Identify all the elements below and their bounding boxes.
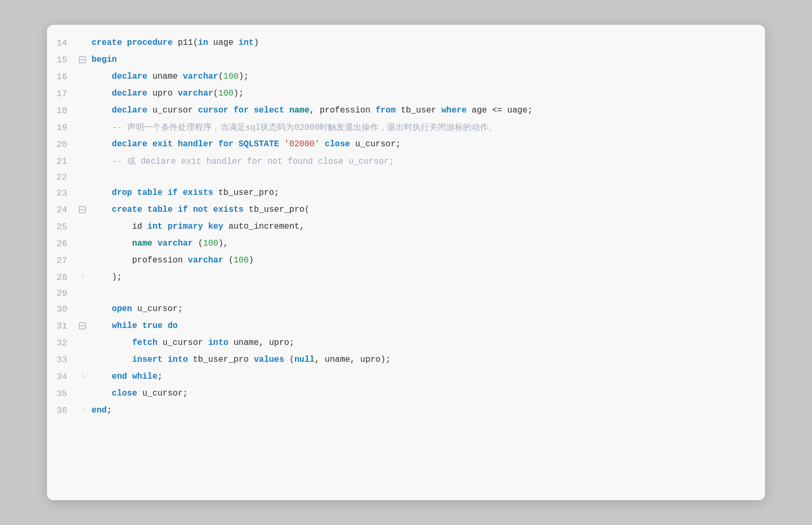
line-number: 31	[47, 321, 77, 331]
line-number: 19	[47, 123, 77, 133]
token: u_cursor	[157, 338, 208, 348]
token: varchar	[183, 72, 218, 81]
code-content: );	[88, 273, 765, 282]
token: varchar	[157, 239, 193, 248]
code-content: while true do	[88, 321, 765, 331]
token: null	[294, 355, 314, 364]
line-number: 24	[47, 205, 77, 215]
line-number: 36	[47, 406, 77, 416]
code-row: 35 close u_cursor;	[47, 385, 765, 402]
code-content: begin	[88, 55, 765, 64]
token: profession	[132, 256, 188, 265]
token: (	[213, 89, 219, 98]
token: )	[254, 38, 259, 48]
code-row: 32 fetch u_cursor into uname, upro;	[47, 334, 765, 351]
code-content: -- 或 declare exit handler for not found …	[88, 156, 765, 167]
line-number: 30	[47, 304, 77, 314]
code-content: close u_cursor;	[88, 389, 765, 398]
token: ;	[107, 406, 112, 415]
code-row: 21 -- 或 declare exit handler for not fou…	[47, 153, 765, 170]
token: tb_user_pro(	[243, 205, 309, 214]
line-number: 28	[47, 273, 77, 283]
line-number: 29	[47, 288, 77, 298]
token: name	[132, 239, 152, 248]
token: name	[289, 106, 309, 115]
token: in	[198, 38, 208, 48]
token: );	[239, 72, 249, 81]
token: insert into	[132, 355, 188, 364]
fold-end-marker: └	[77, 372, 88, 382]
token: create table if not exists	[112, 205, 244, 214]
token: (	[218, 72, 223, 81]
line-number: 26	[47, 239, 77, 249]
line-number: 22	[47, 172, 77, 182]
code-row: 27 profession varchar (100)	[47, 252, 765, 269]
token: create procedure	[91, 38, 173, 48]
line-number: 34	[47, 372, 77, 382]
line-number: 35	[47, 389, 77, 399]
token: 100	[223, 72, 239, 81]
fold-button[interactable]	[77, 322, 88, 330]
token: uage	[208, 38, 239, 48]
token: close	[325, 139, 350, 149]
token: u_cursor;	[350, 139, 401, 149]
line-number: 27	[47, 256, 77, 266]
code-row: 16 declare uname varchar(100);	[47, 68, 765, 85]
code-row: 26 name varchar (100),	[47, 235, 765, 252]
code-row: 34└ end while;	[47, 368, 765, 385]
token	[319, 139, 325, 149]
token: );	[112, 273, 122, 282]
token: drop table if exists	[112, 188, 213, 198]
token: int	[239, 38, 254, 48]
line-number: 32	[47, 338, 77, 348]
token: 100	[218, 89, 233, 98]
code-row: 30 open u_cursor;	[47, 301, 765, 317]
code-content: open u_cursor;	[88, 304, 765, 314]
code-content: create table if not exists tb_user_pro(	[88, 205, 765, 214]
code-row: 18 declare u_cursor cursor for select na…	[47, 102, 765, 119]
code-window: 14create procedure p11(in uage int)15beg…	[47, 25, 765, 500]
token: upro	[147, 89, 178, 98]
token: declare	[112, 89, 147, 98]
code-row: 22	[47, 170, 765, 184]
token: cursor for select	[198, 106, 284, 115]
token: u_cursor;	[132, 304, 183, 314]
token: -- 声明一个条件处理程序，当满足sql状态码为02000时触发退出操作，退出时…	[112, 122, 497, 133]
token: -- 或 declare exit handler for not found …	[112, 156, 394, 167]
token: , uname, upro);	[315, 355, 391, 364]
token: id	[132, 222, 147, 231]
token: declare	[112, 72, 147, 81]
code-row: 23 drop table if exists tb_user_pro;	[47, 184, 765, 201]
token: from	[375, 106, 395, 115]
token: ),	[218, 239, 228, 248]
token: (	[193, 239, 203, 248]
token: (	[284, 355, 294, 364]
code-content: fetch u_cursor into uname, upro;	[88, 338, 765, 348]
token: auto_increment,	[223, 222, 305, 231]
code-content: drop table if exists tb_user_pro;	[88, 188, 765, 198]
code-content: id int primary key auto_increment,	[88, 222, 765, 231]
code-row: 19 -- 声明一个条件处理程序，当满足sql状态码为02000时触发退出操作，…	[47, 119, 765, 136]
line-number: 17	[47, 89, 77, 99]
token: end while	[112, 372, 157, 381]
fold-button[interactable]	[77, 206, 88, 213]
token: open	[112, 304, 132, 314]
line-number: 14	[47, 38, 77, 48]
code-row: 20 declare exit handler for SQLSTATE '02…	[47, 136, 765, 153]
line-number: 20	[47, 139, 77, 149]
code-row: 15begin	[47, 51, 765, 68]
fold-button[interactable]	[77, 56, 88, 63]
token: p11(	[173, 38, 198, 48]
token: , profession	[309, 106, 375, 115]
line-number: 21	[47, 156, 77, 166]
code-row: 25 id int primary key auto_increment,	[47, 218, 765, 235]
code-content: name varchar (100),	[88, 239, 765, 248]
token: SQLSTATE	[233, 139, 284, 149]
token: '02000'	[284, 139, 319, 149]
token: uname	[147, 72, 183, 81]
code-content: create procedure p11(in uage int)	[88, 38, 765, 48]
fold-end-marker: └	[77, 273, 88, 283]
code-content: declare exit handler for SQLSTATE '02000…	[88, 139, 765, 149]
token: fetch	[132, 338, 157, 348]
token: ;	[157, 372, 163, 381]
